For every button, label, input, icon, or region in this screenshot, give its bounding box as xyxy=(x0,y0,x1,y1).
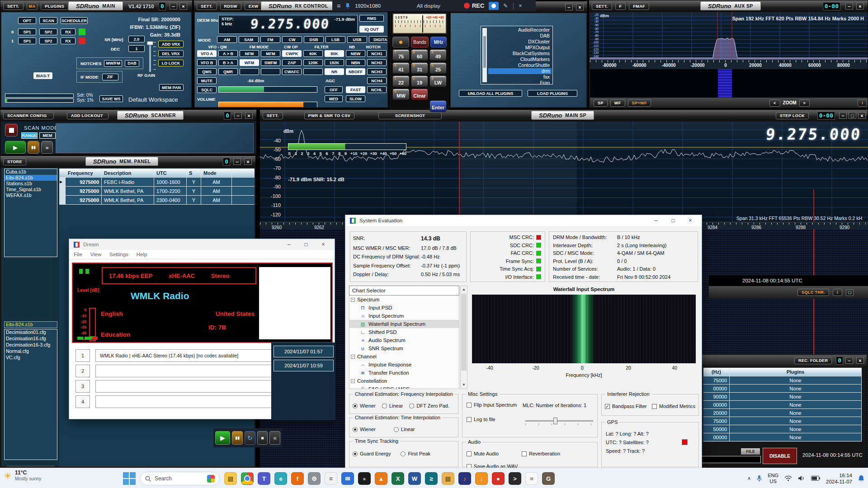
unload-all-plugins-button[interactable]: UNLOAD ALL PLUGINS xyxy=(459,90,522,97)
rec-filename-field[interactable] xyxy=(700,456,761,463)
band-key[interactable]: 949 xyxy=(429,49,447,61)
cell-mode[interactable]: AM xyxy=(201,178,232,187)
menu-item[interactable]: Help xyxy=(137,252,147,257)
rx-grid-button[interactable]: NFM xyxy=(240,50,259,57)
agc-off-button[interactable]: OFF xyxy=(325,86,343,93)
tree-item[interactable]: − Constellation xyxy=(349,377,459,385)
agc-fast-button[interactable]: FAST xyxy=(346,86,365,93)
file-button[interactable]: FILE xyxy=(741,448,760,455)
taskbar-app-icon[interactable] xyxy=(241,472,254,485)
radio-icon[interactable] xyxy=(409,404,414,408)
cell-plugin[interactable]: None xyxy=(730,433,862,441)
add-lockout-button[interactable]: ADD LOCKOUT xyxy=(67,112,108,119)
rec-table-row[interactable]: 00000 None xyxy=(703,433,862,441)
close-icon[interactable]: × xyxy=(245,112,253,119)
capture-close-icon[interactable]: × xyxy=(519,3,522,9)
cell-s[interactable]: Y xyxy=(187,196,201,205)
cell-plugin[interactable]: None xyxy=(730,385,862,393)
rec-table-row[interactable]: 00000 None xyxy=(703,385,862,393)
band-key[interactable]: 860 xyxy=(411,49,428,61)
taskbar-app-icon[interactable]: ↓ xyxy=(475,472,488,485)
bank-list-item[interactable]: Time_Signal.s1b xyxy=(5,187,57,192)
cell-frequency[interactable]: 50000 xyxy=(703,425,730,433)
cell-frequency[interactable]: 9275000 xyxy=(66,196,102,205)
step-value[interactable]: 5 kHz xyxy=(222,22,234,27)
cell-s[interactable]: Y xyxy=(187,178,201,187)
cell-s[interactable]: Y xyxy=(187,187,201,196)
tree-expander-icon[interactable]: − xyxy=(351,379,355,383)
menu-item[interactable]: View xyxy=(90,252,102,257)
zif-button[interactable]: ZIF xyxy=(102,74,118,80)
minimize-icon[interactable]: – xyxy=(649,216,663,225)
plugin-list-item[interactable]: ContourShuttle xyxy=(488,62,552,68)
main-titlebar[interactable]: SETT. MA PLUGINS SDRuno MAIN V1.42 1710 … xyxy=(0,0,192,12)
scroll-thumb[interactable] xyxy=(461,294,467,371)
maximize-icon[interactable]: □ xyxy=(849,112,856,119)
cell-plugin[interactable]: None xyxy=(730,376,862,385)
taskbar-app-icon[interactable]: f xyxy=(291,472,304,485)
add-vrx-button[interactable]: ADD VRX xyxy=(158,41,184,47)
waterfall-input-spectrum[interactable] xyxy=(472,295,696,363)
mode-button[interactable]: SAM xyxy=(239,36,259,43)
rx-frequency-display[interactable]: 9.275.000 xyxy=(250,16,330,32)
rx-grid-button[interactable]: 120K xyxy=(303,59,323,66)
vrx0-sp2-button[interactable]: SP2 xyxy=(39,28,57,35)
squelch-meter[interactable] xyxy=(218,86,317,93)
aux-f-button[interactable]: F xyxy=(615,3,626,10)
taskbar-app-icon[interactable]: G xyxy=(542,472,555,485)
aux-zoom-out-button[interactable]: < xyxy=(769,99,780,107)
cell-plugin[interactable]: None xyxy=(730,401,862,409)
close-icon[interactable]: × xyxy=(179,3,187,9)
mute-audio-option[interactable]: Mute Audio xyxy=(467,451,499,456)
tree-label[interactable]: Channel xyxy=(357,354,377,359)
tree-item[interactable]: − ∟ Shifted PSD xyxy=(349,328,459,336)
cell-plugin[interactable]: None xyxy=(730,393,862,401)
ma-button[interactable]: MA xyxy=(27,3,38,10)
band-key[interactable]: 3LW xyxy=(429,75,447,87)
minimize-icon[interactable]: – xyxy=(565,4,573,10)
aux-fmaf-button[interactable]: FMAF xyxy=(629,3,649,10)
aux-sp-tab[interactable]: SP xyxy=(594,99,608,107)
tray-chevron-icon[interactable]: ∧ xyxy=(747,475,751,481)
nchl-button[interactable]: NCHL xyxy=(367,86,387,93)
mode-button[interactable]: USB xyxy=(347,36,367,43)
tree-expander-icon[interactable]: − xyxy=(351,355,355,359)
tree-label[interactable]: Shifted PSD xyxy=(368,329,397,335)
scan-button[interactable]: SCAN xyxy=(39,17,57,24)
cfg-list-item[interactable]: Decimisation01.cfg xyxy=(5,329,57,336)
notch-dab-button[interactable]: DAB xyxy=(125,60,139,67)
rdsw-button[interactable]: RDSW xyxy=(220,3,241,10)
band-key[interactable]: 775 xyxy=(392,49,410,61)
taskbar-app-icon[interactable]: > xyxy=(509,472,521,485)
recording-timestamp[interactable]: 2024/11/07 10:59 xyxy=(274,360,334,371)
radio-option[interactable]: Linear xyxy=(382,403,403,408)
minimize-icon[interactable]: – xyxy=(839,112,847,119)
band-key[interactable]: 0MW xyxy=(392,89,410,100)
plugin-list-item[interactable]: fax xyxy=(488,74,552,80)
close-icon[interactable]: × xyxy=(858,112,866,119)
sqlc-button[interactable]: SQLC xyxy=(197,86,217,93)
taskbar-app-icon[interactable]: ✉ xyxy=(341,472,354,485)
cfg-list-item[interactable]: Decimisation16-3.cfg xyxy=(5,342,57,348)
scheduler-button[interactable]: SCHEDULER xyxy=(61,17,88,24)
band-dot-button[interactable] xyxy=(392,37,409,47)
plugin-list-item[interactable]: Fran xyxy=(488,80,552,86)
taskbar-app-icon[interactable]: ⚙ xyxy=(308,472,321,485)
service-label[interactable] xyxy=(95,380,276,393)
cell-frequency[interactable]: 90000 xyxy=(703,393,730,401)
service-number[interactable]: 4 xyxy=(75,395,90,408)
cell-frequency[interactable]: 9275000 xyxy=(66,178,102,187)
menu-item[interactable]: Settings xyxy=(109,252,128,257)
main-settings-button[interactable]: SETT. xyxy=(3,3,24,10)
log-file-option[interactable]: Log to file xyxy=(467,417,495,422)
clock[interactable]: 16:14 2024-11-07 xyxy=(826,472,852,485)
recording-timestamp[interactable]: 2024/11/07 01:57 xyxy=(274,346,334,357)
minimize-icon[interactable]: – xyxy=(282,239,296,249)
cell-utc[interactable]: 1700-2200 xyxy=(154,187,187,196)
cfg-list-item[interactable]: Decimisation16.cfg xyxy=(5,336,57,342)
bandpass-filter-option[interactable]: ✓Bandpass Filter xyxy=(605,404,646,409)
vrx1-sp1-button[interactable]: SP1 xyxy=(18,38,36,44)
screenshot-button[interactable]: SCREENSHOT xyxy=(378,112,442,119)
mainsp-frequency-display[interactable]: 9.275.000 xyxy=(765,125,862,143)
store-profile-button[interactable]: STORE PROFILE xyxy=(6,466,56,466)
